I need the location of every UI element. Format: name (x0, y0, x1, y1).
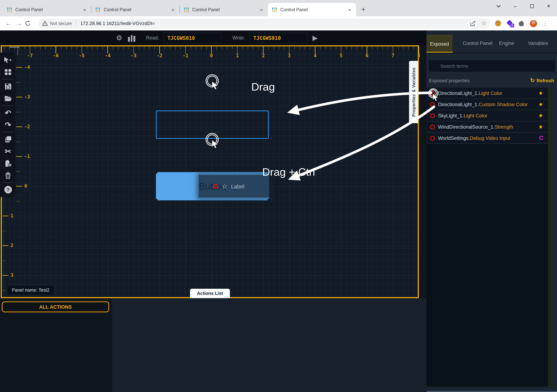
open-icon[interactable] (1, 92, 15, 104)
back-button[interactable]: ← (3, 20, 14, 27)
control-panel-favicon (95, 7, 101, 13)
cookie-extension-icon[interactable] (495, 20, 501, 26)
browser-tab-1[interactable]: Control Panel× (3, 3, 91, 16)
profile-avatar[interactable] (530, 20, 537, 27)
browser-tab-2[interactable]: Control Panel× (91, 3, 180, 16)
delete-icon[interactable] (1, 169, 15, 181)
exposed-property-row[interactable]: SkyLight_1.Light Color★ (426, 110, 548, 121)
resize-handle[interactable] (156, 199, 157, 201)
favorite-star-icon[interactable]: ★ (538, 90, 543, 96)
write-input[interactable] (249, 33, 307, 43)
actions-list-tab[interactable]: Actions List (190, 289, 230, 298)
tab-close-icon[interactable]: × (82, 7, 87, 13)
read-input[interactable] (163, 33, 221, 43)
write-label: Write: (232, 35, 245, 40)
exposed-properties-list: DirectionalLight_1.Light Color★Direction… (426, 88, 548, 387)
maximize-icon (530, 4, 534, 8)
close-window-button[interactable]: × (540, 0, 557, 12)
record-icon (213, 184, 218, 189)
c-badge[interactable]: C (539, 135, 543, 141)
reload-button[interactable] (25, 20, 35, 26)
property-name: Light Color (479, 90, 502, 96)
control-panel-favicon (183, 7, 189, 13)
list-scrollbar[interactable] (548, 88, 552, 387)
v-ruler-label: 2 (10, 243, 21, 248)
minimize-button[interactable]: – (507, 0, 524, 12)
record-icon[interactable] (430, 136, 435, 140)
application-window: Control Panel×Control Panel×Control Pane… (0, 0, 557, 392)
url-field[interactable]: Not secure 172.28.96.1:16211/#edit-VGVzd… (38, 18, 490, 28)
tab-close-icon[interactable]: × (170, 7, 176, 13)
window-controls: – × (490, 0, 557, 12)
properties-variables-tab[interactable]: Properties & Variables (409, 61, 418, 123)
exposed-property-row[interactable]: DirectionalLight_1.Light Color★ (426, 88, 548, 99)
new-tab-button[interactable]: + (358, 4, 369, 15)
cut-icon[interactable]: ✂ (1, 145, 15, 157)
property-object: DirectionalLight_1. (438, 102, 479, 107)
refresh-button[interactable]: ↻ Refresh (530, 77, 554, 84)
property-name: Light Color (464, 113, 487, 118)
resize-handle[interactable] (268, 199, 270, 201)
v-ruler-label: 3 (10, 272, 21, 278)
h-ruler-label: -7 (24, 53, 36, 58)
browser-menu-icon[interactable]: ⋮ (542, 20, 548, 27)
tab-engine[interactable]: Engine (499, 35, 514, 52)
play-button[interactable]: ▶ (312, 34, 318, 42)
exposed-property-row[interactable]: WorldSettings.Debug Video InputC (426, 133, 548, 144)
v-ruler-label: -1 (24, 154, 35, 159)
button-widget[interactable]: Button ☆ Label (156, 172, 269, 200)
maximize-button[interactable] (524, 0, 540, 12)
browser-tab-strip: Control Panel×Control Panel×Control Pane… (0, 0, 557, 16)
tabs-container: Control Panel×Control Panel×Control Pane… (3, 3, 356, 16)
record-icon[interactable] (430, 113, 435, 118)
layout-columns-icon[interactable] (128, 34, 135, 41)
forward-button[interactable]: → (14, 20, 25, 27)
h-ruler-label: 2 (257, 53, 270, 58)
search-input[interactable] (429, 60, 555, 72)
save-icon[interactable] (1, 80, 15, 92)
tab-close-icon[interactable]: × (347, 7, 352, 13)
favorite-star-icon[interactable]: ★ (538, 124, 543, 130)
tab-variables[interactable]: Variables (528, 35, 548, 52)
tab-control-panel[interactable]: Control Panel (463, 35, 492, 52)
tab-close-icon[interactable]: × (259, 7, 264, 13)
url-text[interactable]: 172.28.96.1:16211/#edit-VGVzdDI= (80, 21, 467, 26)
h-ruler-label: -3 (127, 53, 140, 58)
exposed-property-row[interactable]: WindDirectionalSource_1.Strength★ (426, 121, 548, 133)
record-icon[interactable] (430, 102, 435, 107)
widgets-tool-icon[interactable] (1, 66, 15, 78)
exposed-property-row[interactable]: DirectionalLight_1.Custom Shadow Color★ (426, 99, 548, 110)
security-label[interactable]: Not secure (50, 21, 72, 26)
actions-panel: ALL ACTIONS (0, 298, 111, 392)
favorite-star-icon[interactable]: ★ (538, 101, 543, 108)
resize-handle[interactable] (156, 172, 157, 174)
all-actions-button[interactable]: ALL ACTIONS (2, 301, 109, 312)
property-object: WindDirectionalSource_1. (438, 124, 495, 129)
browser-chevron-down-icon[interactable] (490, 0, 507, 12)
share-icon[interactable] (470, 20, 476, 26)
redo-icon[interactable]: ↷ (1, 119, 15, 131)
copy-icon[interactable] (1, 133, 15, 145)
control-panel-favicon (272, 7, 278, 13)
tab-exposed[interactable]: Exposed (426, 35, 453, 53)
sidebar-tabs-divider (426, 53, 557, 53)
toolbar-divider (2, 79, 14, 79)
browser-tab-4[interactable]: Control Panel× (268, 3, 356, 16)
record-icon[interactable] (430, 124, 435, 129)
help-icon[interactable]: ? (1, 184, 15, 196)
toolbar-divider (2, 182, 14, 183)
bookmark-star-icon[interactable]: ☆ (481, 20, 486, 26)
property-name: Custom Shadow Color (479, 102, 528, 107)
actions-detail-panel (112, 298, 426, 392)
purple-extension-icon[interactable]: 2 (507, 20, 513, 26)
undo-icon[interactable]: ↶ (1, 107, 15, 119)
settings-gear-icon[interactable]: ⚙ (116, 34, 122, 42)
property-name: Debug Video Input (470, 135, 510, 141)
favorite-star-icon[interactable]: ★ (538, 112, 543, 119)
paste-icon[interactable] (1, 157, 15, 169)
h-ruler-label: 8 (413, 53, 425, 58)
select-move-tool-icon[interactable] (1, 54, 15, 66)
h-ruler-label: -2 (153, 53, 166, 58)
browser-tab-3[interactable]: Control Panel× (180, 3, 268, 16)
extensions-puzzle-icon[interactable] (518, 20, 524, 26)
